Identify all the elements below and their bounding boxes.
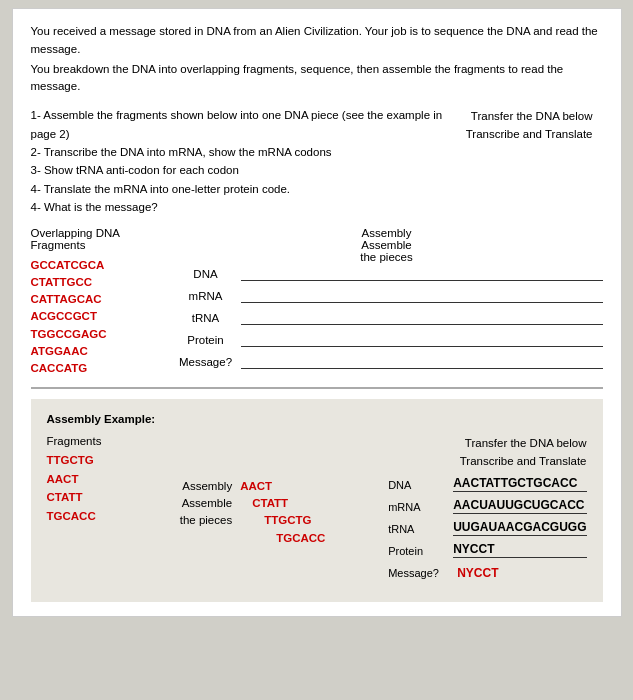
ex-mrna-label: mRNA: [388, 501, 453, 513]
step-2: 2- Transcribe the DNA into mRNA, show th…: [31, 143, 466, 161]
ex-protein-value-line: NYCCT: [453, 544, 586, 558]
dna-input-line[interactable]: [241, 267, 603, 281]
example-main-area: Assembly Assemble the pieces AACT CTATT …: [142, 478, 586, 588]
transfer-label-top: Transfer the DNA below Transcribe and Tr…: [466, 106, 603, 216]
fragments-column: Overlapping DNA Fragments GCCATCGCA CTAT…: [31, 227, 161, 378]
ex-protein-label: Protein: [388, 545, 453, 557]
ex-fragment-2: AACT: [47, 470, 133, 488]
ex-protein-value: NYCCT: [453, 542, 494, 556]
ex-mrna-value-line: AACUAUUGCUGCACC: [453, 500, 586, 514]
trna-input-line[interactable]: [241, 311, 603, 325]
dna-field-row: DNA: [171, 267, 603, 281]
ex-dna-value: AACTATTGCTGCACC: [453, 476, 577, 490]
fragment-3: CATTAGCAC: [31, 291, 151, 308]
example-fragments-column: Fragments TTGCTG AACT CTATT TGCACC: [47, 435, 133, 588]
ex-piece-1: AACT: [240, 478, 380, 495]
ex-trna-label: tRNA: [388, 523, 453, 535]
ex-protein-row: Protein NYCCT: [388, 544, 586, 558]
message-label: Message?: [171, 356, 241, 368]
trna-field-row: tRNA: [171, 311, 603, 325]
fragment-1: GCCATCGCA: [31, 257, 151, 274]
ex-transfer-line2: Transcribe and Translate: [142, 453, 586, 470]
ex-trna-value: UUGAUAACGACGUGG: [453, 520, 586, 534]
fragments-title: Overlapping DNA Fragments: [31, 227, 151, 251]
ex-piece-2: CTATT: [252, 495, 380, 512]
fragment-7: CACCATG: [31, 360, 151, 377]
assembly-label1: Assembly: [171, 227, 603, 239]
ex-trna-row: tRNA UUGAUAACGACGUGG: [388, 522, 586, 536]
example-fragments-title: Fragments: [47, 435, 133, 447]
ex-piece-4: TGCACC: [276, 530, 380, 547]
transfer-line1: Transfer the DNA below: [466, 108, 593, 125]
ex-mrna-row: mRNA AACUAUUGCUGCACC: [388, 500, 586, 514]
fragment-5: TGGCCGAGC: [31, 326, 151, 343]
fragment-4: ACGCCGCT: [31, 308, 151, 325]
fragment-2: CTATTGCC: [31, 274, 151, 291]
transfer-line2: Transcribe and Translate: [466, 126, 593, 143]
ex-message-row: Message? NYCCT: [388, 566, 586, 580]
ex-fragment-4: TGCACC: [47, 507, 133, 525]
ex-dna-label: DNA: [388, 479, 453, 491]
mrna-input-line[interactable]: [241, 289, 603, 303]
example-title: Assembly Example:: [47, 413, 587, 425]
step-4a: 4- Translate the mRNA into one-letter pr…: [31, 180, 466, 198]
ex-fields-column: DNA AACTATTGCTGCACC mRNA AACUAUUGCUGCACC: [388, 478, 586, 588]
steps-list: 1- Assemble the fragments shown below in…: [31, 106, 466, 216]
ex-message-label: Message?: [388, 567, 453, 579]
ex-fragment-3: CTATT: [47, 488, 133, 506]
step-4b: 4- What is the message?: [31, 198, 466, 216]
ex-dna-row: DNA AACTATTGCTGCACC: [388, 478, 586, 492]
fragment-6: ATGGAAC: [31, 343, 151, 360]
assembly-label2: Assemble: [171, 239, 603, 251]
ex-assembly-label3: the pieces: [142, 512, 232, 529]
ex-piece-3: TTGCTG: [264, 512, 380, 529]
example-section: Assembly Example: Fragments TTGCTG AACT …: [31, 399, 603, 602]
ex-trna-value-line: UUGAUAACGACGUGG: [453, 522, 586, 536]
ex-transfer-line1: Transfer the DNA below: [142, 435, 586, 452]
step-3: 3- Show tRNA anti-codon for each codon: [31, 161, 466, 179]
example-right-column: Transfer the DNA below Transcribe and Tr…: [142, 435, 586, 588]
instruction-line2: You breakdown the DNA into overlapping f…: [31, 61, 603, 97]
ex-mrna-value: AACUAUUGCUGCACC: [453, 498, 584, 512]
ex-fragment-1: TTGCTG: [47, 451, 133, 469]
ex-assembly-label1: Assembly: [142, 478, 232, 495]
protein-input-line[interactable]: [241, 333, 603, 347]
assembly-column: Assembly Assemble the pieces DNA mRNA tR…: [171, 227, 603, 378]
instruction-line1: You received a message stored in DNA fro…: [31, 23, 603, 59]
assembly-label3: the pieces: [171, 251, 603, 263]
mrna-field-row: mRNA: [171, 289, 603, 303]
protein-field-row: Protein: [171, 333, 603, 347]
protein-label: Protein: [171, 334, 241, 346]
ex-message-value: NYCCT: [457, 566, 498, 580]
message-field-row: Message?: [171, 355, 603, 369]
assembly-header: Assembly Assemble the pieces: [171, 227, 603, 263]
dna-label: DNA: [171, 268, 241, 280]
trna-label: tRNA: [171, 312, 241, 324]
mrna-label: mRNA: [171, 290, 241, 302]
ex-dna-value-line: AACTATTGCTGCACC: [453, 478, 586, 492]
instructions: You received a message stored in DNA fro…: [31, 23, 603, 96]
step-1: 1- Assemble the fragments shown below in…: [31, 106, 466, 143]
ex-assembly-label2: Assemble: [142, 495, 232, 512]
message-input-line[interactable]: [241, 355, 603, 369]
example-transfer-label: Transfer the DNA below Transcribe and Tr…: [142, 435, 586, 470]
ex-message-value-area: NYCCT: [457, 566, 498, 580]
ex-pieces-column: AACT CTATT TTGCTG TGCACC: [240, 478, 380, 588]
ex-assembly-labels: Assembly Assemble the pieces: [142, 478, 232, 588]
